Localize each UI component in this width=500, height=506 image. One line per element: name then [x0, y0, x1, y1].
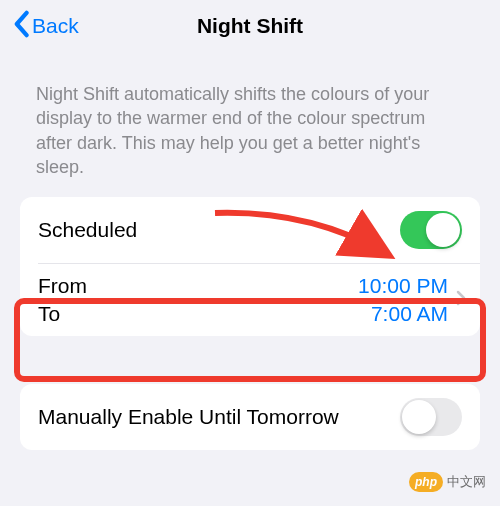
chevron-left-icon: [12, 10, 30, 43]
scheduled-row: Scheduled: [20, 197, 480, 263]
settings-group-schedule: Scheduled From To 10:00 PM 7:00 AM: [20, 197, 480, 336]
manual-enable-row: Manually Enable Until Tomorrow: [20, 384, 480, 450]
schedule-time-row[interactable]: From To 10:00 PM 7:00 AM: [20, 264, 480, 336]
watermark-badge: php: [409, 472, 443, 492]
description-text: Night Shift automatically shifts the col…: [0, 52, 500, 197]
scheduled-toggle[interactable]: [400, 211, 462, 249]
toggle-knob: [402, 400, 436, 434]
to-time: 7:00 AM: [371, 302, 448, 326]
manual-enable-label: Manually Enable Until Tomorrow: [38, 405, 400, 429]
to-label: To: [38, 302, 358, 326]
toggle-knob: [426, 213, 460, 247]
from-label: From: [38, 274, 358, 298]
watermark-text: 中文网: [447, 473, 486, 491]
back-label: Back: [32, 14, 79, 38]
chevron-right-icon: [456, 290, 466, 310]
watermark: php 中文网: [409, 472, 486, 492]
settings-group-manual: Manually Enable Until Tomorrow: [20, 384, 480, 450]
from-time: 10:00 PM: [358, 274, 448, 298]
back-button[interactable]: Back: [12, 10, 79, 43]
scheduled-label: Scheduled: [38, 218, 400, 242]
manual-enable-toggle[interactable]: [400, 398, 462, 436]
